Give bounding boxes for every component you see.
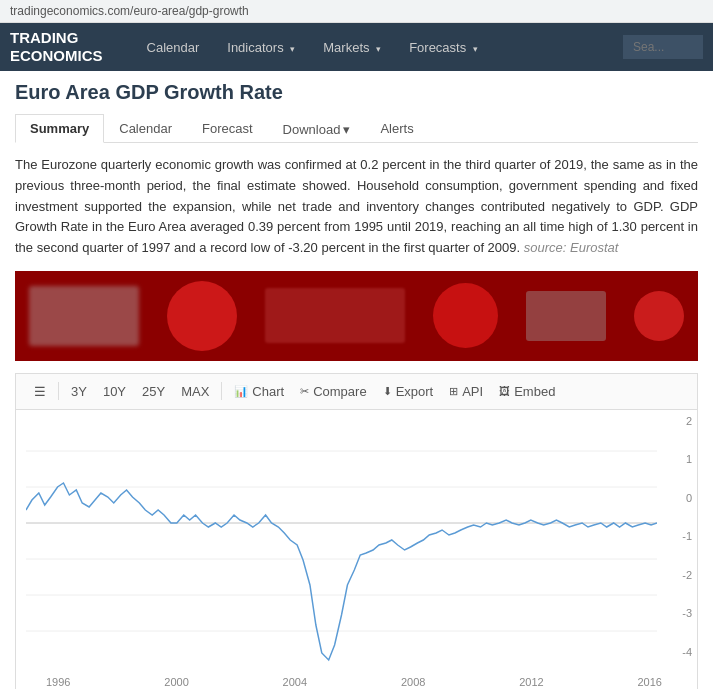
source-label: source: Eurostat xyxy=(524,240,619,255)
navbar: TRADING ECONOMICS Calendar Indicators ▾ … xyxy=(0,23,713,71)
calendar-icon-button[interactable]: ☰ xyxy=(26,380,54,403)
toolbar-separator-2 xyxy=(221,382,222,400)
y-label-neg3: -3 xyxy=(682,607,692,619)
period-25y-button[interactable]: 25Y xyxy=(134,380,173,403)
y-label-2: 2 xyxy=(686,415,692,427)
y-axis: 2 1 0 -1 -2 -3 -4 xyxy=(682,410,692,663)
x-label-2012: 2012 xyxy=(519,676,543,688)
compare-icon: ✂ xyxy=(300,385,309,398)
nav-menu: Calendar Indicators ▾ Markets ▾ Forecast… xyxy=(133,26,623,69)
tab-summary[interactable]: Summary xyxy=(15,114,104,143)
x-label-2008: 2008 xyxy=(401,676,425,688)
chart-area: 2 1 0 -1 -2 -3 -4 1996 2000 2004 2008 20… xyxy=(15,409,698,689)
chart-button[interactable]: 📊 Chart xyxy=(226,380,292,403)
brand-logo[interactable]: TRADING ECONOMICS xyxy=(10,29,103,65)
toolbar-separator xyxy=(58,382,59,400)
chevron-down-icon: ▾ xyxy=(343,122,350,137)
y-label-0: 0 xyxy=(686,492,692,504)
y-label-neg1: -1 xyxy=(682,530,692,542)
line-chart xyxy=(26,415,657,665)
export-button[interactable]: ⬇ Export xyxy=(375,380,442,403)
page-title: Euro Area GDP Growth Rate xyxy=(15,81,698,104)
x-label-2004: 2004 xyxy=(283,676,307,688)
nav-indicators[interactable]: Indicators ▾ xyxy=(213,26,309,69)
nav-calendar[interactable]: Calendar xyxy=(133,26,214,69)
ad-banner xyxy=(15,271,698,361)
y-label-neg4: -4 xyxy=(682,646,692,658)
tab-calendar[interactable]: Calendar xyxy=(104,114,187,143)
calendar-icon: ☰ xyxy=(34,384,46,399)
embed-icon: 🖼 xyxy=(499,385,510,397)
x-axis: 1996 2000 2004 2008 2012 2016 xyxy=(46,676,662,688)
brand-line2: ECONOMICS xyxy=(10,47,103,65)
chart-icon: 📊 xyxy=(234,385,248,398)
compare-button[interactable]: ✂ Compare xyxy=(292,380,374,403)
period-3y-button[interactable]: 3Y xyxy=(63,380,95,403)
embed-button[interactable]: 🖼 Embed xyxy=(491,380,563,403)
nav-forecasts[interactable]: Forecasts ▾ xyxy=(395,26,492,69)
api-button[interactable]: ⊞ API xyxy=(441,380,491,403)
search-input[interactable] xyxy=(623,35,703,59)
export-icon: ⬇ xyxy=(383,385,392,398)
description-text: The Eurozone quarterly economic growth w… xyxy=(15,155,698,259)
y-label-1: 1 xyxy=(686,453,692,465)
y-label-neg2: -2 xyxy=(682,569,692,581)
chevron-down-icon: ▾ xyxy=(290,44,295,54)
tab-download[interactable]: Download ▾ xyxy=(268,114,366,143)
period-10y-button[interactable]: 10Y xyxy=(95,380,134,403)
brand-line1: TRADING xyxy=(10,29,103,47)
chevron-down-icon: ▾ xyxy=(376,44,381,54)
chart-toolbar: ☰ 3Y 10Y 25Y MAX 📊 Chart ✂ Compare ⬇ Exp… xyxy=(15,373,698,409)
page-content: Euro Area GDP Growth Rate Summary Calend… xyxy=(0,71,713,689)
tab-alerts[interactable]: Alerts xyxy=(365,114,428,143)
x-label-2000: 2000 xyxy=(164,676,188,688)
nav-markets[interactable]: Markets ▾ xyxy=(309,26,395,69)
api-icon: ⊞ xyxy=(449,385,458,398)
tabs: Summary Calendar Forecast Download ▾ Ale… xyxy=(15,114,698,143)
x-label-2016: 2016 xyxy=(637,676,661,688)
chevron-down-icon: ▾ xyxy=(473,44,478,54)
address-bar: tradingeconomics.com/euro-area/gdp-growt… xyxy=(0,0,713,23)
tab-forecast[interactable]: Forecast xyxy=(187,114,268,143)
x-label-1996: 1996 xyxy=(46,676,70,688)
period-max-button[interactable]: MAX xyxy=(173,380,217,403)
